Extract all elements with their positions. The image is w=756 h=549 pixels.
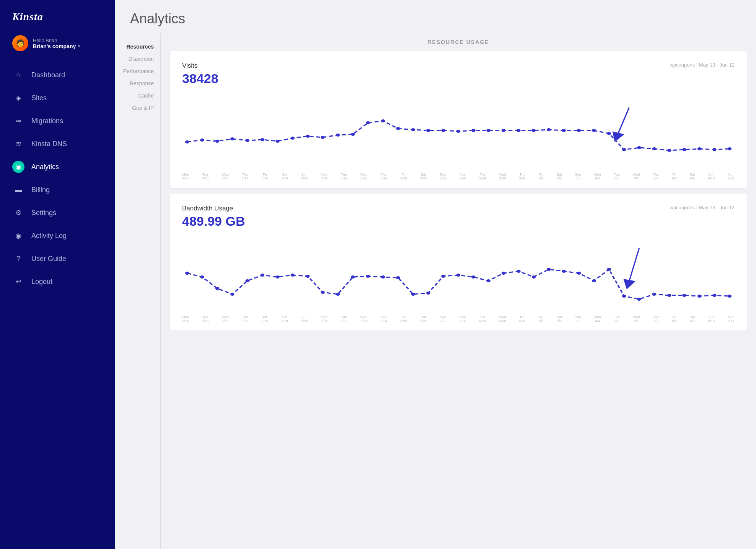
svg-point-0 (185, 140, 189, 143)
sub-nav-item-resources[interactable]: Resources (123, 41, 160, 53)
visits-label: Visits (182, 62, 197, 70)
sidebar-item-label-logout: Logout (31, 278, 52, 286)
sites-icon: ◈ (12, 92, 24, 104)
logo-area: Kinsta (0, 0, 115, 31)
svg-point-2 (215, 140, 220, 143)
visits-dates: Mon5/14 Tue5/15 Wed5/16 Thu5/17 Fri5/18 … (182, 173, 735, 180)
sidebar-item-label-billing: Billing (31, 186, 50, 194)
bandwidth-chart-card: Bandwidth Usage wpcoupons | May 13 - Jun… (170, 194, 747, 331)
svg-point-41 (230, 293, 235, 296)
svg-point-63 (562, 270, 566, 273)
svg-point-43 (261, 274, 265, 277)
logo: Kinsta (12, 11, 43, 23)
svg-point-14 (396, 127, 400, 130)
page-header: Analytics (115, 0, 756, 33)
svg-point-33 (682, 148, 686, 151)
svg-point-74 (728, 295, 732, 298)
bandwidth-value: 489.99 GB (182, 214, 735, 229)
svg-point-73 (712, 294, 717, 297)
kinsta-dns-icon: ≋ (12, 138, 24, 150)
sub-nav-item-cache[interactable]: Cache (123, 90, 160, 102)
sub-nav-item-response[interactable]: Response (123, 77, 160, 90)
svg-point-65 (592, 279, 596, 282)
main-content: Analytics ResourcesDispersionPerformance… (115, 0, 756, 549)
sidebar-item-label-dashboard: Dashboard (31, 71, 65, 79)
svg-line-75 (628, 248, 639, 285)
svg-point-62 (547, 268, 551, 271)
sidebar-item-billing[interactable]: ▬Billing (0, 178, 115, 201)
sidebar-item-dashboard[interactable]: ⌂Dashboard (0, 64, 115, 86)
sidebar-item-migrations[interactable]: ⇒Migrations (0, 109, 115, 132)
svg-point-57 (471, 275, 476, 279)
user-company: Brian's company ▾ (33, 43, 103, 49)
svg-point-22 (516, 129, 521, 132)
bandwidth-label: Bandwidth Usage (182, 205, 233, 212)
svg-point-28 (607, 132, 611, 135)
svg-point-21 (502, 129, 506, 132)
sub-nav: ResourcesDispersionPerformanceResponseCa… (115, 33, 161, 549)
chevron-down-icon: ▾ (78, 44, 80, 48)
svg-point-58 (487, 279, 491, 282)
analytics-icon: ◉ (12, 161, 24, 173)
svg-point-71 (682, 294, 686, 297)
sidebar-item-label-settings: Settings (31, 209, 56, 217)
svg-point-67 (622, 295, 626, 298)
svg-point-51 (381, 275, 385, 279)
sub-nav-item-geo-ip[interactable]: Geo & IP (123, 102, 160, 114)
svg-point-18 (456, 130, 461, 133)
sidebar-item-logout[interactable]: ↩Logout (0, 270, 115, 293)
svg-point-6 (275, 140, 280, 143)
bandwidth-chart-meta: Bandwidth Usage wpcoupons | May 13 - Jun… (182, 205, 735, 212)
sub-nav-item-performance[interactable]: Performance (123, 65, 160, 77)
content-area: ResourcesDispersionPerformanceResponseCa… (115, 33, 756, 549)
sidebar-item-kinsta-dns[interactable]: ≋Kinsta DNS (0, 132, 115, 155)
svg-point-1 (200, 138, 204, 142)
svg-point-4 (245, 139, 249, 142)
svg-point-68 (637, 298, 641, 301)
sidebar-item-label-user-guide: User Guide (31, 255, 66, 263)
bandwidth-dates: Mon5/14 Tue5/15 Wed5/16 Thu5/17 Fri5/18 … (182, 315, 735, 323)
charts-area: RESOURCE USAGE Visits wpcoupons | May 13… (161, 33, 756, 549)
svg-point-50 (366, 275, 370, 278)
settings-icon: ⚙ (12, 207, 24, 219)
svg-point-8 (306, 135, 310, 138)
visits-chart-meta: Visits wpcoupons | May 13 - Jun 12 (182, 62, 735, 70)
avatar: 🧑 (12, 35, 28, 51)
svg-point-49 (351, 275, 355, 279)
user-profile[interactable]: 🧑 Hello Brian Brian's company ▾ (0, 31, 115, 60)
svg-point-34 (697, 147, 702, 150)
visits-svg (182, 92, 735, 169)
sidebar-item-user-guide[interactable]: ?User Guide (0, 247, 115, 270)
svg-point-40 (215, 287, 220, 290)
svg-point-39 (200, 275, 204, 279)
svg-point-38 (185, 272, 189, 275)
bandwidth-site-date: wpcoupons | May 13 - Jun 12 (670, 205, 735, 210)
svg-point-12 (366, 121, 370, 124)
svg-point-20 (487, 129, 491, 132)
svg-point-56 (456, 274, 461, 277)
svg-point-29 (622, 148, 626, 151)
svg-point-19 (471, 129, 476, 132)
sidebar-item-activity-log[interactable]: ◉Activity Log (0, 224, 115, 247)
svg-point-16 (426, 129, 430, 132)
sidebar-item-label-migrations: Migrations (31, 117, 63, 125)
sidebar-item-analytics[interactable]: ◉Analytics (0, 155, 115, 178)
svg-point-69 (652, 293, 657, 296)
sidebar-item-sites[interactable]: ◈Sites (0, 86, 115, 109)
visits-site-date: wpcoupons | May 13 - Jun 12 (670, 62, 735, 68)
svg-point-23 (532, 129, 536, 132)
svg-point-61 (532, 275, 536, 279)
sidebar-item-settings[interactable]: ⚙Settings (0, 201, 115, 224)
svg-point-32 (667, 149, 671, 152)
svg-point-55 (441, 275, 445, 278)
billing-icon: ▬ (12, 184, 24, 196)
svg-point-59 (502, 272, 506, 275)
svg-point-48 (336, 293, 340, 296)
svg-point-13 (381, 119, 385, 122)
svg-point-53 (411, 293, 415, 296)
svg-point-47 (321, 291, 325, 294)
user-info: Hello Brian Brian's company ▾ (33, 37, 103, 49)
sidebar-item-label-sites: Sites (31, 94, 47, 102)
sub-nav-item-dispersion[interactable]: Dispersion (123, 53, 160, 65)
svg-line-37 (617, 108, 629, 137)
